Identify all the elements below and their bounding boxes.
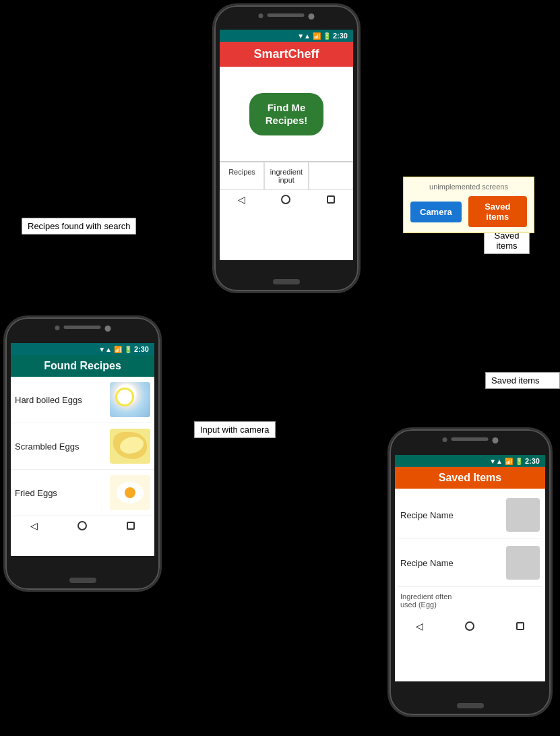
phone3-time: 2:30: [525, 457, 540, 465]
phone2-recipe-list: Hard boiled Eggs Scrambled Eggs Fried Eg…: [11, 377, 154, 516]
phone2-home-bar: [69, 578, 96, 583]
recipe-name-3: Fried Eggs: [15, 488, 110, 498]
phone3-frame: ▼▲ 📶 🔋 2:30 Saved Items Recipe Name Reci…: [387, 427, 553, 717]
speaker-bar3: [451, 437, 488, 441]
signal-icon2: 📶: [114, 346, 122, 353]
camera-button[interactable]: Camera: [410, 202, 462, 222]
speaker-bar2: [63, 326, 100, 329]
recent-icon3[interactable]: [516, 622, 524, 630]
wifi-icon: ▼▲: [297, 32, 311, 40]
battery-icon: 🔋: [323, 32, 331, 40]
wifi-icon2: ▼▲: [98, 346, 112, 353]
signal-icon: 📶: [313, 32, 321, 40]
wifi-icon3: ▼▲: [489, 458, 503, 465]
back-icon2[interactable]: ◁: [30, 520, 38, 531]
camera-dot2: [104, 326, 111, 332]
phone1-app-header: SmartCheff: [220, 42, 353, 67]
unimplemented-title: unimplemented screens: [410, 183, 527, 191]
phone2-time: 2:30: [134, 345, 149, 353]
recipe-name-1: Hard boiled Eggs: [15, 395, 110, 405]
recent-icon2[interactable]: [127, 522, 135, 530]
tab-extra[interactable]: [309, 162, 353, 190]
phone3-top-dots: [442, 437, 498, 443]
phone1-bottom-tabs: Recipes ingredient input: [220, 161, 353, 190]
table-row[interactable]: Hard boiled Eggs: [11, 377, 154, 423]
recipes-found-label: Recipes found with search: [22, 218, 136, 235]
scrambled-egg-image: [110, 429, 150, 464]
phone1-frame: ▼▲ 📶 🔋 2:30 SmartCheff Find Me Recipes! …: [212, 3, 361, 293]
home-icon[interactable]: [281, 195, 290, 204]
recipe-name-2: Scrambled Eggs: [15, 441, 110, 452]
tab-recipes[interactable]: Recipes: [220, 162, 264, 190]
home-icon3[interactable]: [465, 621, 474, 631]
phone2-app-header: Found Recipes: [11, 355, 154, 377]
dot1-3: [442, 437, 447, 442]
saved-name-2: Recipe Name: [400, 558, 501, 568]
home-icon2[interactable]: [77, 521, 87, 530]
dot1: [55, 326, 59, 330]
saved-name-1: Recipe Name: [400, 510, 501, 520]
phone2-screen: ▼▲ 📶 🔋 2:30 Found Recipes Hard boiled Eg…: [11, 343, 154, 556]
recipe-thumb-3: [110, 475, 150, 510]
phone1-status-bar: ▼▲ 📶 🔋 2:30: [220, 30, 353, 42]
saved-items-label-mid: Saved items: [485, 372, 560, 389]
phone1-time: 2:30: [333, 32, 348, 40]
dot1: [259, 13, 263, 18]
find-recipes-button[interactable]: Find Me Recipes!: [249, 93, 324, 135]
recent-icon[interactable]: [327, 195, 335, 204]
unimplemented-screens-box: unimplemented screens Camera Saved items: [403, 177, 534, 233]
battery-icon3: 🔋: [515, 458, 523, 465]
phone2-status-bar: ▼▲ 📶 🔋 2:30: [11, 343, 154, 355]
phone1-screen: ▼▲ 📶 🔋 2:30 SmartCheff Find Me Recipes! …: [220, 30, 353, 260]
phone2-top-dots: [55, 326, 111, 332]
phone3-status-bar: ▼▲ 📶 🔋 2:30: [395, 455, 545, 467]
phone2-nav-bar: ◁: [11, 516, 154, 535]
hard-egg-image: [110, 382, 150, 417]
saved-thumb-2: [506, 546, 540, 580]
recipe-thumb-2: [110, 429, 150, 464]
saved-thumb-1: [506, 498, 540, 532]
recipe-thumb-1: [110, 382, 150, 417]
speaker-bar: [268, 13, 305, 17]
camera-dot: [309, 13, 315, 20]
phone1-home-bar: [273, 279, 300, 284]
phone1-nav-bar: ◁: [220, 190, 353, 209]
fried-egg-image: [110, 475, 150, 510]
table-row[interactable]: Scrambled Eggs: [11, 423, 154, 470]
saved-row-2[interactable]: Recipe Name: [398, 539, 542, 587]
battery-icon2: 🔋: [124, 346, 132, 353]
ingredient-note: Ingredient oftenused (Egg): [398, 587, 542, 614]
tab-ingredient-input[interactable]: ingredient input: [264, 162, 309, 190]
input-camera-label: Input with camera: [194, 421, 276, 438]
phone2-frame: ▼▲ 📶 🔋 2:30 Found Recipes Hard boiled Eg…: [3, 315, 162, 592]
phone3-home-bar: [457, 703, 484, 708]
table-row[interactable]: Fried Eggs: [11, 470, 154, 516]
phone3-app-header: Saved Items: [395, 467, 545, 489]
camera-dot3: [492, 437, 498, 443]
back-icon[interactable]: ◁: [238, 194, 245, 205]
phone3-saved-list: Recipe Name Recipe Name Ingredient often…: [395, 489, 545, 617]
phone1-top-dots: [259, 13, 315, 20]
saved-items-button[interactable]: Saved items: [468, 196, 527, 227]
phone1-main-content: Find Me Recipes!: [220, 67, 353, 161]
phone3-screen: ▼▲ 📶 🔋 2:30 Saved Items Recipe Name Reci…: [395, 455, 545, 681]
saved-row-1[interactable]: Recipe Name: [398, 491, 542, 539]
signal-icon3: 📶: [505, 458, 513, 465]
back-icon3[interactable]: ◁: [416, 621, 423, 632]
phone3-nav-bar: ◁: [395, 617, 545, 636]
